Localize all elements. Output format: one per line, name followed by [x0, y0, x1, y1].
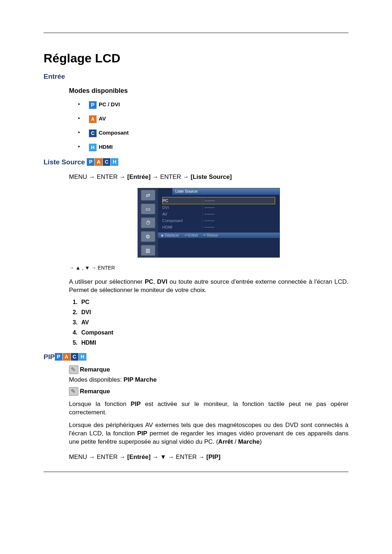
pip-paragraph-1: Lorsque la fonction PIP est activée sur …: [69, 400, 348, 417]
mode-item-av: AAV: [78, 115, 348, 123]
desc-text: ,: [153, 278, 157, 285]
list-item: AV: [79, 319, 348, 326]
text-bold: Arrêt: [218, 438, 233, 445]
text-bold: PIP: [137, 430, 147, 437]
text: /: [233, 438, 238, 445]
note-label: Remarque: [80, 388, 110, 395]
text: Lorsque la fonction: [69, 401, 131, 407]
text-bold: PIP: [131, 401, 140, 407]
bottom-rule: [44, 472, 348, 472]
osd-row-label: HDMI: [162, 225, 202, 229]
osd-row-label: Composant: [162, 218, 202, 223]
osd-footer: ◆ Déplacer ⏎ Entrer ↶ Retour: [158, 233, 279, 238]
note-label: Remarque: [80, 366, 110, 373]
modes-list: PPC / DVI AAV CComposant HHDMI: [78, 101, 348, 151]
nav-text: → ▼ → ENTER →: [151, 454, 207, 460]
mode-label: PC / DVI: [99, 101, 120, 107]
osd-row-value: : ‒‒‒‒: [203, 198, 215, 203]
desc-bold: DVI: [157, 278, 167, 285]
nav-text: MENU → ENTER →: [69, 173, 127, 180]
pip-paragraph-2: Lorsque des périphériques AV externes te…: [69, 421, 348, 446]
nav-text: MENU → ENTER →: [69, 454, 127, 460]
note-icon: [69, 387, 78, 396]
osd-row-label: AV: [162, 212, 202, 216]
nav-bracket: [Entrée]: [127, 454, 151, 460]
nav-text: → ENTER →: [151, 173, 191, 180]
osd-screenshot: ⇄ ▭ ⏱ ⚙ ▥ Liste Source PC: ‒‒‒‒ DVI: ‒‒‒…: [138, 188, 280, 258]
list-item: DVI: [79, 309, 348, 316]
badge-h-icon: H: [79, 353, 86, 361]
badge-a-icon: A: [63, 353, 70, 361]
nav-arrows: → ▲ , ▼ → ENTER: [69, 265, 348, 271]
nav-bracket: [PIP]: [207, 454, 221, 460]
osd-tab-input-icon: ⇄: [141, 190, 155, 201]
section-pip: PIPPACH: [44, 353, 348, 361]
modes-disponibles-pip: Modes disponibles: PIP Marche: [69, 376, 348, 383]
top-rule: [44, 33, 348, 33]
remarque-1: Remarque: [69, 365, 348, 374]
mode-label: HDMI: [99, 144, 113, 150]
osd-sidebar: ⇄ ▭ ⏱ ⚙ ▥: [138, 188, 158, 257]
text: ): [260, 438, 262, 445]
osd-row-value: : ‒‒‒‒: [202, 225, 215, 229]
source-ordered-list: PC DVI AV Composant HDMI: [69, 299, 348, 346]
mode-label: AV: [99, 115, 106, 122]
text-bold: Marche: [238, 438, 260, 445]
osd-tab-picture-icon: ▭: [141, 204, 155, 214]
desc-bold: PC: [145, 278, 154, 285]
osd-tab-multi-icon: ▥: [141, 245, 155, 256]
section-entree: Entrée: [44, 73, 348, 81]
osd-row-av: AV: ‒‒‒‒: [162, 211, 275, 217]
mode-item-composant: CComposant: [78, 130, 348, 137]
badge-c-icon: C: [103, 158, 110, 166]
nav-bracket: [Liste Source]: [191, 173, 232, 180]
nav-path-pip: MENU → ENTER → [Entrée] → ▼ → ENTER → [P…: [69, 454, 348, 461]
badge-p-icon: P: [55, 353, 62, 361]
note-icon: [69, 365, 78, 374]
section-liste-source: Liste Source PACH: [44, 158, 348, 166]
pip-label: PIP: [44, 353, 55, 361]
list-item: HDMI: [79, 340, 348, 346]
osd-tab-time-icon: ⏱: [141, 217, 155, 228]
badge-h-icon: H: [89, 144, 97, 151]
liste-source-description: A utiliser pour sélectionner PC, DVI ou …: [69, 278, 348, 295]
osd-title: Liste Source: [172, 188, 279, 195]
osd-row-value: : ‒‒‒‒: [202, 205, 215, 210]
osd-row-hdmi: HDMI: ‒‒‒‒: [162, 224, 275, 230]
osd-row-label: PC: [163, 198, 203, 203]
badge-a-icon: A: [89, 115, 97, 123]
osd-row-pc: PC: ‒‒‒‒: [162, 197, 275, 204]
mode-item-pc: PPC / DVI: [78, 101, 348, 109]
osd-footer-move: ◆ Déplacer: [161, 233, 179, 237]
osd-row-composant: Composant: ‒‒‒‒: [162, 217, 275, 224]
list-item: PC: [79, 299, 348, 305]
page-title: Réglage LCD: [44, 51, 348, 65]
mode-label: Composant: [99, 130, 129, 136]
badge-c-icon: C: [89, 130, 97, 137]
liste-source-label: Liste Source: [44, 158, 85, 166]
osd-footer-enter: ⏎ Entrer: [184, 233, 198, 237]
desc-text: A utiliser pour sélectionner: [69, 278, 145, 285]
remarque-2: Remarque: [69, 387, 348, 396]
osd-footer-return: ↶ Retour: [203, 233, 218, 237]
osd-row-value: : ‒‒‒‒: [202, 218, 215, 223]
modes-disponibles-heading: Modes disponibles: [69, 87, 348, 95]
badge-p-icon: P: [89, 101, 97, 109]
osd-row-dvi: DVI: ‒‒‒‒: [162, 204, 275, 211]
text-bold: PIP Marche: [123, 376, 156, 383]
osd-row-label: DVI: [162, 205, 202, 210]
text: Modes disponibles:: [69, 376, 123, 383]
osd-tab-setup-icon: ⚙: [141, 231, 155, 242]
nav-path-liste-source: MENU → ENTER → [Entrée] → ENTER → [Liste…: [69, 173, 348, 181]
osd-row-value: : ‒‒‒‒: [202, 212, 215, 216]
badge-p-icon: P: [87, 158, 94, 166]
badge-h-icon: H: [111, 158, 118, 166]
badge-c-icon: C: [71, 353, 78, 361]
nav-bracket: [Entrée]: [127, 173, 151, 180]
badge-a-icon: A: [95, 158, 102, 166]
list-item: Composant: [79, 329, 348, 336]
osd-main: Liste Source PC: ‒‒‒‒ DVI: ‒‒‒‒ AV: ‒‒‒‒…: [158, 188, 279, 257]
mode-item-hdmi: HHDMI: [78, 144, 348, 151]
